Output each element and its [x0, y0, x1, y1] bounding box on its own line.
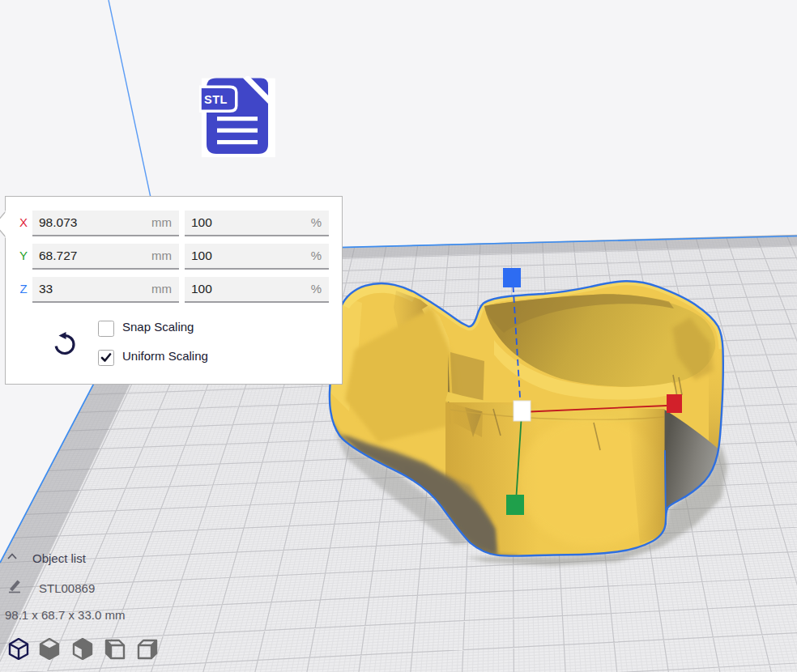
svg-text:STL: STL: [204, 93, 228, 106]
